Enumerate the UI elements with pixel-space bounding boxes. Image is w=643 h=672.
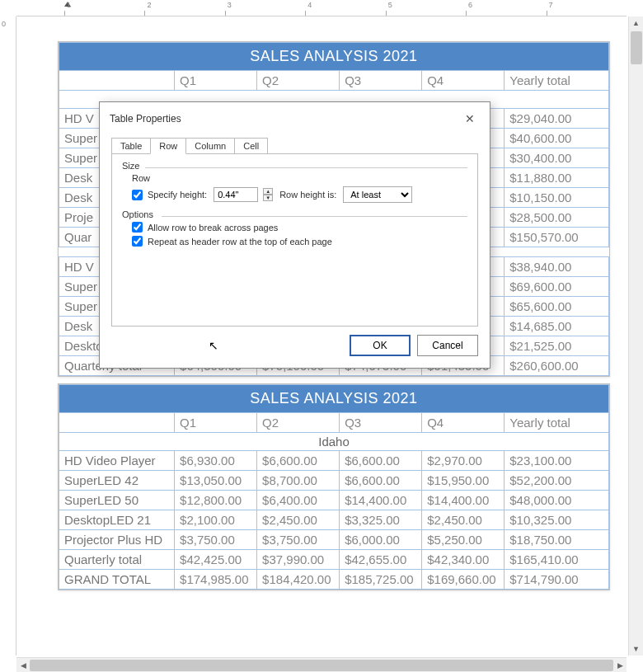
scroll-down-button[interactable]: ▼ <box>629 642 643 656</box>
specify-height-checkbox[interactable]: Specify height: <box>132 190 207 200</box>
cell[interactable]: $28,500.00 <box>505 208 609 228</box>
cell[interactable]: $14,400.00 <box>340 491 422 510</box>
sales-table-2[interactable]: SALES ANALYSIS 2021 Q1 Q2 Q3 Q4 Yearly t… <box>59 384 609 590</box>
cell[interactable]: $3,750.00 <box>257 530 340 550</box>
cell[interactable]: $38,940.00 <box>505 257 609 277</box>
cell[interactable]: $48,000.00 <box>505 491 609 510</box>
cell[interactable]: DesktopLED 21 <box>59 510 175 530</box>
cell[interactable]: Quarterly total <box>59 550 175 570</box>
cell[interactable]: $3,750.00 <box>175 530 257 550</box>
tab-row[interactable]: Row <box>150 138 186 154</box>
dialog-body: Size Row Specify height: ▲▼ Row height i… <box>111 153 478 327</box>
height-value-input[interactable] <box>214 187 258 202</box>
col-header: Q3 <box>340 71 422 91</box>
cell[interactable]: $184,420.00 <box>257 570 340 590</box>
cell[interactable]: $10,325.00 <box>505 510 609 530</box>
allow-break-checkbox[interactable]: Allow row to break across pages <box>132 222 278 233</box>
col-header: Yearly total <box>505 413 609 433</box>
cell[interactable]: $2,450.00 <box>422 510 505 530</box>
cell[interactable]: $30,400.00 <box>505 148 609 168</box>
scroll-thumb[interactable] <box>631 31 642 64</box>
cancel-button[interactable]: Cancel <box>417 335 478 356</box>
cell[interactable]: $29,040.00 <box>505 109 609 129</box>
scroll-right-button[interactable]: ▶ <box>613 658 627 672</box>
cell[interactable]: Projector Plus HD <box>59 530 175 550</box>
cell[interactable]: $3,325.00 <box>340 510 422 530</box>
table-row[interactable]: Projector Plus HD$3,750.00$3,750.00$6,00… <box>59 530 609 550</box>
height-spinner[interactable]: ▲▼ <box>263 188 273 201</box>
row-height-mode-select[interactable]: At least <box>343 186 412 203</box>
cell[interactable]: $11,880.00 <box>505 168 609 188</box>
page-2: SALES ANALYSIS 2021 Q1 Q2 Q3 Q4 Yearly t… <box>58 383 610 590</box>
cell[interactable]: SuperLED 50 <box>59 491 175 510</box>
cell[interactable]: $42,340.00 <box>422 550 505 570</box>
cell[interactable]: $8,700.00 <box>257 471 340 491</box>
specify-height-input[interactable] <box>132 190 143 200</box>
cell[interactable]: $6,400.00 <box>257 491 340 510</box>
table-row[interactable]: SuperLED 50$12,800.00$6,400.00$14,400.00… <box>59 491 609 510</box>
cell[interactable]: $65,600.00 <box>505 297 609 317</box>
cell[interactable]: HD Video Player <box>59 451 175 471</box>
cell[interactable]: $2,970.00 <box>422 451 505 471</box>
cell[interactable]: $14,400.00 <box>422 491 505 510</box>
table-row[interactable]: HD Video Player$6,930.00$6,600.00$6,600.… <box>59 451 609 471</box>
cell[interactable]: $23,100.00 <box>505 451 609 471</box>
table-row[interactable]: DesktopLED 21$2,100.00$2,450.00$3,325.00… <box>59 510 609 530</box>
cell[interactable]: $6,600.00 <box>340 471 422 491</box>
cell[interactable]: $174,985.00 <box>175 570 257 590</box>
table-row[interactable]: GRAND TOTAL$174,985.00$184,420.00$185,72… <box>59 570 609 590</box>
cell[interactable]: $37,990.00 <box>257 550 340 570</box>
cell[interactable]: $42,425.00 <box>175 550 257 570</box>
col-header: Q1 <box>175 71 257 91</box>
cell[interactable]: $260,600.00 <box>505 356 609 376</box>
cell[interactable]: $10,150.00 <box>505 188 609 208</box>
scroll-up-button[interactable]: ▲ <box>629 16 643 30</box>
scroll-left-button[interactable]: ◀ <box>16 658 30 672</box>
table-row[interactable]: Quarterly total$42,425.00$37,990.00$42,6… <box>59 550 609 570</box>
tab-cell[interactable]: Cell <box>234 138 268 154</box>
ruler-vertical[interactable]: 0 <box>0 16 16 656</box>
tab-table[interactable]: Table <box>111 138 151 154</box>
specify-height-label: Specify height: <box>148 190 207 200</box>
repeat-header-checkbox[interactable]: Repeat as header row at the top of each … <box>132 236 332 247</box>
ruler-horizontal[interactable]: 1 2 3 4 5 6 7 <box>16 0 627 16</box>
col-header <box>59 413 175 433</box>
cell[interactable]: $52,200.00 <box>505 471 609 491</box>
cell[interactable]: $42,655.00 <box>340 550 422 570</box>
cell[interactable]: $14,685.00 <box>505 317 609 336</box>
allow-break-input[interactable] <box>132 222 143 233</box>
cell[interactable]: $15,950.00 <box>422 471 505 491</box>
cell[interactable]: GRAND TOTAL <box>59 570 175 590</box>
cell[interactable]: SuperLED 42 <box>59 471 175 491</box>
cell[interactable]: $6,600.00 <box>340 451 422 471</box>
cell[interactable]: $18,750.00 <box>505 530 609 550</box>
options-group-label: Options <box>122 209 467 219</box>
horizontal-scrollbar[interactable]: ◀ ▶ <box>16 657 627 672</box>
cell[interactable]: $6,930.00 <box>175 451 257 471</box>
close-icon[interactable]: ✕ <box>460 110 480 127</box>
scroll-thumb-h[interactable] <box>30 660 613 671</box>
cell[interactable]: $714,790.00 <box>505 570 609 590</box>
cell[interactable]: $12,800.00 <box>175 491 257 510</box>
cell[interactable]: $13,050.00 <box>175 471 257 491</box>
cell[interactable]: $2,100.00 <box>175 510 257 530</box>
ok-button[interactable]: OK <box>350 335 411 356</box>
cell[interactable]: $150,570.00 <box>505 228 609 247</box>
cell[interactable]: $6,000.00 <box>340 530 422 550</box>
cell[interactable]: $165,410.00 <box>505 550 609 570</box>
dialog-tabs: Table Row Column Cell <box>111 138 490 154</box>
repeat-header-input[interactable] <box>132 236 143 247</box>
table-row[interactable]: SuperLED 42$13,050.00$8,700.00$6,600.00$… <box>59 471 609 491</box>
cell[interactable]: $40,600.00 <box>505 129 609 148</box>
cell[interactable]: $21,525.00 <box>505 336 609 356</box>
cell[interactable]: $2,450.00 <box>257 510 340 530</box>
cell[interactable]: $169,660.00 <box>422 570 505 590</box>
cell[interactable]: $6,600.00 <box>257 451 340 471</box>
ruler-tick: 1 <box>67 1 71 9</box>
table-header-row: Q1 Q2 Q3 Q4 Yearly total <box>59 71 609 91</box>
tab-column[interactable]: Column <box>185 138 235 154</box>
cell[interactable]: $69,600.00 <box>505 277 609 297</box>
cell[interactable]: $5,250.00 <box>422 530 505 550</box>
cell[interactable]: $185,725.00 <box>340 570 422 590</box>
vertical-scrollbar[interactable]: ▲ ▼ <box>628 16 643 656</box>
